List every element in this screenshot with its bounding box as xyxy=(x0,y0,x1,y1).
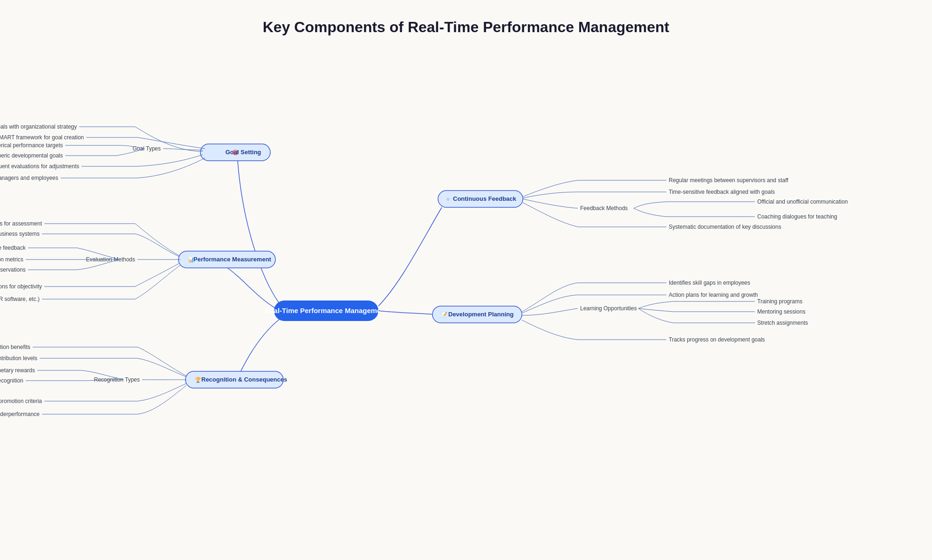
line-r1 xyxy=(137,347,186,376)
line-p7 xyxy=(135,265,180,299)
connector-perf xyxy=(227,268,276,308)
line-cf1 xyxy=(523,180,578,197)
line-dp1 xyxy=(522,283,578,312)
leaf-cf5: Systematic documentation of key discussi… xyxy=(669,224,781,230)
leaf-dp6: Tracks progress on development goals xyxy=(669,336,765,343)
connector-feedback xyxy=(378,207,442,306)
line-cf4 xyxy=(634,208,666,217)
line-cf3 xyxy=(634,202,666,208)
center-label: Real-Time Performance Management xyxy=(265,307,387,314)
leaf-cf2: Time-sensitive feedback aligned with goa… xyxy=(669,189,775,195)
page-title: Key Components of Real-Time Performance … xyxy=(0,0,932,45)
leaf-cf3: Official and unofficial communication xyxy=(757,198,848,205)
branch-perf-label: Performance Measurement xyxy=(193,256,272,263)
leaf-g1: Aligns individual goals with organizatio… xyxy=(0,123,77,130)
line-cf5 xyxy=(523,203,578,227)
line-g5 xyxy=(137,155,203,166)
leaf-dp1: Identifies skill gaps in employees xyxy=(669,280,750,286)
leaf-r6: Structured plans for underperformance xyxy=(0,411,40,417)
line-dp5 xyxy=(638,308,673,323)
leaf-feedback-methods-label: Feedback Methods xyxy=(580,205,628,212)
line-dp6 xyxy=(522,320,578,340)
leaf-p4: Task completion metrics xyxy=(0,256,23,263)
line-dp4 xyxy=(638,308,673,312)
leaf-cf4: Coaching dialogues for teaching xyxy=(757,213,837,220)
leaf-p5: Direct observations xyxy=(0,266,26,273)
leaf-p6: Periodic evaluations for objectivity xyxy=(0,283,42,290)
branch-goal-label: Goal Setting xyxy=(226,149,261,156)
leaf-dp3: Training programs xyxy=(757,298,802,305)
leaf-r3: Monetary rewards xyxy=(0,367,35,374)
leaf-p2: Integration of HR and business systems xyxy=(0,231,40,237)
leaf-p1: Specific benchmarks for assessment xyxy=(0,220,42,227)
leaf-r4: Non-monetary recognition xyxy=(0,377,23,384)
leaf-r1: Links achievements to compensation benef… xyxy=(0,344,30,350)
leaf-dp5: Stretch assignments xyxy=(757,320,808,326)
branch-dev-label: Development Planning xyxy=(448,311,514,318)
svg-text:📝: 📝 xyxy=(441,311,447,318)
svg-text:🏆: 🏆 xyxy=(195,376,201,383)
leaf-g5: Frequent evaluations for adjustments xyxy=(0,163,79,170)
leaf-p7: Use of supporting tools (HR software, et… xyxy=(0,296,40,302)
line-dp2 xyxy=(522,295,578,313)
line-r5 xyxy=(137,383,186,401)
leaf-dp4: Mentoring sessions xyxy=(757,308,805,315)
svg-text:○: ○ xyxy=(446,196,450,202)
connector-recog xyxy=(237,319,280,380)
leaf-g2: Uses SMART framework for goal creation xyxy=(0,134,84,141)
leaf-p3: 360-degree feedback xyxy=(0,245,26,251)
line-p6 xyxy=(135,263,179,287)
line-dp3 xyxy=(638,301,673,308)
leaf-dp2: Action plans for learning and growth xyxy=(669,292,758,298)
line-p1 xyxy=(135,224,179,256)
line-g6 xyxy=(137,158,205,178)
branch-feedback-label: Continuous Feedback xyxy=(453,195,517,202)
leaf-r2: Differentiates pay by contribution level… xyxy=(0,355,37,362)
leaf-learning-opp-label: Learning Opportunities xyxy=(580,305,637,312)
leaf-g6: Collaboration between managers and emplo… xyxy=(0,175,58,181)
leaf-cf1: Regular meetings between supervisors and… xyxy=(669,177,788,184)
line-p2 xyxy=(135,234,179,257)
line-cf2 xyxy=(523,192,578,198)
leaf-gt1: Numerical performance targets xyxy=(0,142,63,149)
leaf-gt2: Non-numeric developmental goals xyxy=(0,152,63,159)
branch-recog-label: Recognition & Consequences xyxy=(201,376,287,383)
leaf-r5: Fair promotion criteria xyxy=(0,398,42,404)
